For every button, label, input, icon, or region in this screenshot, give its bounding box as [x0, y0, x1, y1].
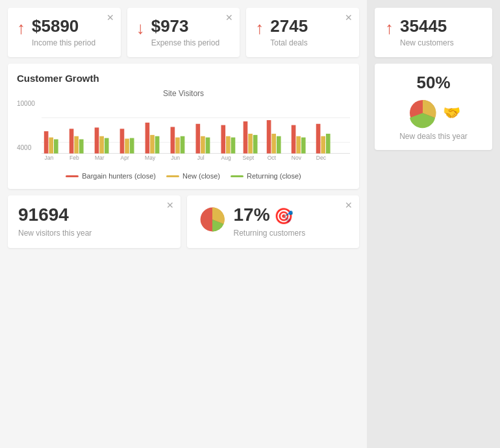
expense-close-btn[interactable]: ✕ — [225, 13, 233, 22]
bar — [125, 139, 129, 154]
expense-text: $973 Expense this period — [151, 17, 219, 48]
bar — [95, 128, 99, 154]
new-customers-label: New customers — [400, 38, 454, 49]
x-label-nov: Nov — [292, 155, 302, 161]
bar — [316, 124, 321, 154]
deals-card: ✕ ↑ 2745 Total deals — [246, 8, 359, 57]
bar — [175, 138, 180, 154]
legend-returning-color — [231, 175, 244, 177]
bar — [54, 140, 58, 154]
visitors-card: ✕ 91694 New visitors this year — [8, 195, 181, 248]
target-icon: 🎯 — [274, 207, 294, 225]
deals-label: Total deals — [270, 38, 308, 49]
income-close-btn[interactable]: ✕ — [106, 13, 114, 22]
new-customers-value: 35445 — [400, 17, 454, 36]
new-deals-pie-chart — [406, 97, 439, 129]
x-label-may: May — [145, 155, 156, 161]
x-label-feb: Feb — [69, 155, 79, 161]
bar — [79, 140, 84, 154]
x-label-jun: Jun — [171, 155, 180, 161]
deals-value: 2745 — [270, 17, 308, 36]
bottom-cards-row: ✕ 91694 New visitors this year ✕ — [8, 195, 359, 248]
new-deals-icon-row: 🤝 — [385, 97, 482, 129]
legend-new: New (close) — [166, 172, 220, 180]
visitors-value: 91694 — [18, 205, 170, 225]
returning-card: ✕ 17% 🎯 Returning custo — [187, 195, 360, 248]
legend-bargain: Bargain hunters (close) — [66, 172, 156, 180]
expense-arrow-icon: ↓ — [136, 18, 145, 38]
bar — [277, 136, 281, 154]
new-customers-text: 35445 New customers — [400, 17, 454, 48]
income-value: $5890 — [32, 17, 95, 36]
deals-close-btn[interactable]: ✕ — [345, 13, 353, 22]
legend-new-color — [166, 175, 179, 177]
new-deals-label: New deals this year — [385, 132, 482, 141]
bar — [201, 136, 205, 154]
bar — [44, 132, 49, 154]
bar — [326, 134, 331, 153]
bar — [49, 138, 53, 154]
legend-new-label: New (close) — [182, 172, 220, 180]
returning-pct-value: 17% — [234, 205, 270, 225]
x-label-mar: Mar — [95, 155, 105, 161]
bar — [206, 138, 210, 154]
right-panel: ↑ 35445 New customers 50% 🤝 New d — [367, 0, 500, 448]
legend-returning: Returning (close) — [231, 172, 301, 180]
income-card-content: ↑ $5890 Income this period — [17, 17, 110, 48]
legend-returning-label: Returning (close) — [247, 172, 301, 180]
bar — [231, 138, 236, 154]
expense-value: $973 — [151, 17, 219, 36]
y-label-low: 4000 — [17, 145, 35, 151]
bar — [321, 136, 325, 154]
visitors-close-btn[interactable]: ✕ — [166, 201, 174, 210]
x-label-jul: Jul — [197, 155, 205, 161]
x-label-oct: Oct — [268, 155, 277, 161]
income-arrow-icon: ↑ — [17, 18, 25, 38]
new-customers-content: ↑ 35445 New customers — [385, 17, 482, 48]
x-label-aug: Aug — [221, 155, 231, 161]
expense-label: Expense this period — [151, 38, 219, 49]
returning-close-btn[interactable]: ✕ — [345, 201, 353, 210]
returning-content: 17% 🎯 Returning customers — [197, 205, 349, 239]
chart-section-title: Customer Growth — [17, 73, 350, 84]
new-deals-pct: 50% — [385, 73, 482, 93]
left-panel: ✕ ↑ $5890 Income this period ✕ ↓ $973 Ex… — [0, 0, 367, 448]
x-label-apr: Apr — [121, 155, 129, 161]
bar — [150, 135, 155, 154]
bar — [271, 134, 276, 153]
customer-growth-section: Customer Growth Site Visitors 4000 10000 — [8, 64, 359, 189]
y-axis-labels: 4000 10000 — [17, 101, 35, 151]
income-label: Income this period — [32, 38, 95, 49]
top-cards-row: ✕ ↑ $5890 Income this period ✕ ↓ $973 Ex… — [8, 8, 359, 57]
bar — [253, 135, 258, 154]
new-deals-content: 50% 🤝 New deals this year — [385, 73, 482, 141]
expense-card-content: ↓ $973 Expense this period — [136, 17, 230, 48]
visitors-label: New visitors this year — [18, 228, 170, 239]
bar — [248, 134, 253, 153]
handshake-icon: 🤝 — [443, 105, 460, 121]
bar — [69, 129, 74, 154]
returning-label: Returning customers — [234, 228, 306, 239]
deals-card-content: ↑ 2745 Total deals — [255, 17, 349, 48]
income-text: $5890 Income this period — [32, 17, 95, 48]
new-customers-arrow-icon: ↑ — [385, 18, 394, 38]
bar — [181, 136, 185, 154]
bar — [196, 124, 201, 154]
new-customers-card: ↑ 35445 New customers — [375, 8, 492, 57]
bar — [171, 127, 175, 154]
chart-wrapper: 4000 10000 — [17, 101, 350, 168]
bar — [99, 136, 104, 154]
bar — [155, 136, 160, 154]
x-label-jan: Jan — [45, 155, 54, 161]
deals-arrow-icon: ↑ — [255, 18, 264, 38]
bar-chart-svg: Jan Feb Mar Apr May Jun Jul Aug Sept Oct… — [42, 101, 350, 166]
expense-card: ✕ ↓ $973 Expense this period — [127, 8, 240, 57]
returning-pie-chart — [197, 205, 227, 234]
legend-bargain-label: Bargain hunters (close) — [82, 172, 156, 180]
returning-text: 17% 🎯 Returning customers — [234, 205, 306, 239]
bar — [301, 138, 306, 154]
x-label-sept: Sept — [242, 155, 254, 161]
bar — [292, 125, 296, 154]
bar — [244, 121, 248, 153]
bar — [226, 136, 231, 154]
